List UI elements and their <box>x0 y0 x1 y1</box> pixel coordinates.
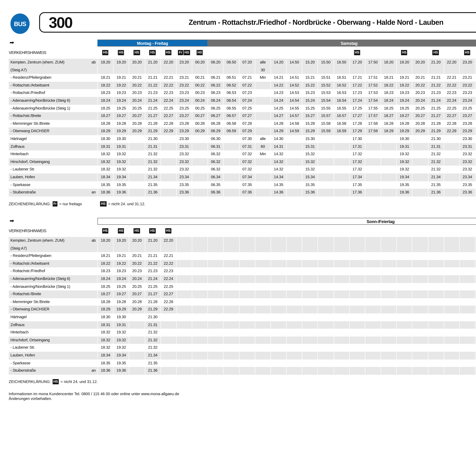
empty-cell <box>459 283 475 290</box>
time-cell: 00.21 <box>475 74 476 82</box>
badge-cell: HS <box>113 228 129 233</box>
hs-badge: HS <box>354 50 360 55</box>
empty-cell <box>223 268 239 275</box>
stop-name-cell: - Laubener Str. <box>9 344 97 352</box>
time-cell: 18.28 <box>97 298 113 306</box>
empty-cell <box>207 306 223 313</box>
time-cell: 23.32 <box>459 150 475 158</box>
empty-cell <box>349 321 365 329</box>
time-cell: 23.30 <box>459 135 475 143</box>
stop-name: - Rottachstr./Arbeitsamt <box>11 82 49 89</box>
ab-an-label: an <box>91 367 96 375</box>
stop-name-cell: Hinterbach <box>9 150 97 158</box>
stop-name-line: - Adenauerring/Nordbrücke (Steig 1) <box>11 105 70 112</box>
stop-row: - Laubener Str.18.3219.3221.3223.3206.32… <box>9 166 476 173</box>
empty-cell <box>318 150 333 158</box>
stop-name: Lauben, Hofen <box>11 173 35 181</box>
time-cell: 21.24 <box>428 97 443 105</box>
time-cell: 19.32 <box>396 166 412 173</box>
stop-name-cell: Lauben, Hofen <box>9 173 97 181</box>
empty-cell <box>412 252 428 260</box>
empty-cell <box>239 336 255 344</box>
empty-cell <box>239 275 255 283</box>
time-cell: 14.23 <box>271 89 286 97</box>
stop-name: - Stuibenstraße <box>11 367 36 375</box>
empty-cell <box>396 329 412 336</box>
hs-badge: HS <box>464 50 470 55</box>
empty-cell <box>255 97 271 105</box>
empty-cell <box>381 158 396 166</box>
time-cell: 20.24 <box>412 97 428 105</box>
empty-cell <box>129 143 145 150</box>
empty-cell <box>239 260 255 267</box>
time-cell: 06.23 <box>207 89 223 97</box>
empty-cell <box>192 143 207 150</box>
empty-cell <box>381 268 396 275</box>
time-cell: 18.20 <box>97 59 113 74</box>
time-cell: 19.32 <box>396 158 412 166</box>
badge-cell: HS <box>129 228 145 233</box>
time-cell: 18.20 <box>381 59 396 74</box>
stop-name-cell: Kempten, Zentrum (ehem. ZUM)(Steig A7)ab <box>9 237 97 252</box>
time-cell: 06.27 <box>207 112 223 120</box>
empty-cell <box>129 158 145 166</box>
time-cell: 15.59 <box>318 128 333 135</box>
time-cell: 20.28 <box>129 120 145 128</box>
empty-cell <box>176 275 192 283</box>
time-cell: 21.32 <box>145 336 160 344</box>
hs-badge: HS <box>118 228 124 233</box>
empty-cell <box>286 158 302 166</box>
time-cell: 18.21 <box>97 252 113 260</box>
empty-cell <box>333 367 349 375</box>
time-cell: 20.25 <box>129 283 145 290</box>
empty-cell <box>302 321 318 329</box>
empty-cell <box>239 252 255 260</box>
stop-name-cell: - Rottachstr./Breite <box>9 112 97 120</box>
empty-cell <box>176 252 192 260</box>
empty-cell <box>160 329 176 336</box>
empty-cell <box>255 344 271 352</box>
stop-row: - Sparkasse18.3519.3521.35 <box>9 359 476 367</box>
empty-cell <box>333 260 349 267</box>
empty-cell <box>428 298 443 306</box>
time-cell: 19.25 <box>396 105 412 112</box>
empty-cell <box>223 313 239 321</box>
hs-badge: HS <box>165 50 171 55</box>
time-cell: 22.23 <box>160 89 176 97</box>
stop-name: - Adenauerring/Nordbrücke (Steig 1) <box>11 105 70 112</box>
empty-cell <box>207 252 223 260</box>
empty-cell <box>443 143 459 150</box>
empty-cell <box>286 344 302 352</box>
direction-arrow-icon: ➡ <box>9 40 97 47</box>
empty-cell <box>318 352 333 359</box>
empty-cell <box>271 344 286 352</box>
empty-cell <box>396 268 412 275</box>
time-cell: 07.25 <box>239 105 255 112</box>
time-cell: 19.29 <box>396 128 412 135</box>
stop-name-cell: - Adenauerring/Nordbrücke (Steig 6) <box>9 275 97 283</box>
empty-cell <box>271 237 286 252</box>
empty-cell <box>365 313 381 321</box>
empty-cell <box>349 306 365 313</box>
empty-cell <box>239 329 255 336</box>
time-cell: 22.20 <box>160 237 176 252</box>
time-cell: 21.21 <box>145 252 160 260</box>
time-cell: 21.29 <box>145 128 160 135</box>
empty-cell <box>349 237 365 252</box>
empty-cell <box>255 82 271 89</box>
empty-cell <box>318 291 333 298</box>
empty-cell <box>318 268 333 275</box>
time-cell: 17.21 <box>349 74 365 82</box>
dayband: Montag - Freitag <box>97 40 207 47</box>
empty-cell <box>286 189 302 196</box>
hs-badge: HS <box>134 50 140 55</box>
fr-badge: Fr <box>52 201 57 207</box>
time-cell: 06.24 <box>207 97 223 105</box>
time-cell: 16.55 <box>333 105 349 112</box>
empty-cell <box>286 283 302 290</box>
time-cell: 21.32 <box>145 329 160 336</box>
empty-cell <box>459 336 475 344</box>
empty-cell <box>176 313 192 321</box>
time-cell: 17.32 <box>349 166 365 173</box>
time-cell: 20.22 <box>129 260 145 267</box>
